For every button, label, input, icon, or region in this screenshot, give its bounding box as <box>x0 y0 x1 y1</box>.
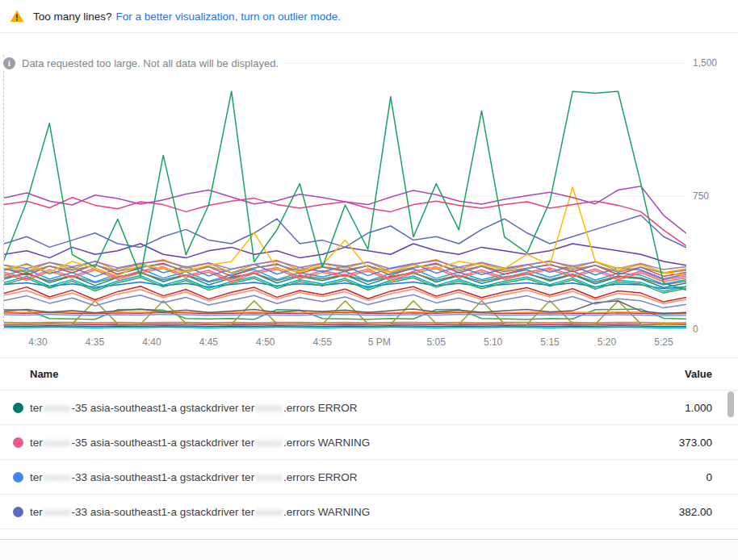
x-tick-label: 5:05 <box>426 336 445 348</box>
x-axis-labels: 4:304:354:404:454:504:555 PM5:055:105:15… <box>0 336 738 349</box>
chart-line-series <box>4 322 686 323</box>
redacted-text: xxxxx <box>254 506 283 518</box>
series-color-dot <box>13 437 23 448</box>
series-name: terxxxxx-33 asia-southeast1-a gstackdriv… <box>30 471 357 483</box>
series-color-dot <box>13 403 23 413</box>
x-tick-label: 4:40 <box>142 336 161 348</box>
legend-table: Name Value terxxxxx-35 asia-southeast1-a… <box>0 357 738 540</box>
redacted-text: xxxxx <box>43 437 72 449</box>
series-name: terxxxxx-35 asia-southeast1-a gstackdriv… <box>30 402 357 414</box>
x-tick-label: 4:35 <box>86 336 104 348</box>
chart-line-series <box>4 286 686 302</box>
gridline <box>4 329 686 330</box>
legend-column-name: Name <box>30 368 58 380</box>
x-tick-label: 5 PM <box>368 336 391 348</box>
y-tick-label: 750 <box>693 190 733 202</box>
chart-line-series <box>4 328 686 328</box>
legend-scrollbar-thumb[interactable] <box>728 391 734 417</box>
x-tick-label: 5:15 <box>540 336 559 348</box>
x-tick-label: 4:50 <box>256 336 275 348</box>
x-tick-label: 5:10 <box>484 336 502 348</box>
x-tick-label: 5:25 <box>654 336 673 348</box>
outlier-mode-link[interactable]: For a better visualization, turn on outl… <box>116 10 341 23</box>
x-tick-label: 5:20 <box>598 336 616 348</box>
timeseries-chart-canvas[interactable] <box>4 63 686 329</box>
series-color-dot <box>13 472 23 483</box>
x-tick-label: 4:55 <box>313 336 332 348</box>
legend-row[interactable]: terxxxxx-33 asia-southeast1-a gstackdriv… <box>0 495 738 529</box>
redacted-text: xxxxx <box>43 471 72 483</box>
monitoring-chart-page: Too many lines? For a better visualizati… <box>0 0 738 560</box>
notice-text: Data requested too large. Not all data w… <box>22 57 279 69</box>
x-tick-label: 4:45 <box>199 336 218 348</box>
chart-line-series <box>4 326 686 327</box>
y-tick-label: 0 <box>693 324 733 335</box>
legend-rows: terxxxxx-35 asia-southeast1-a gstackdriv… <box>0 391 738 529</box>
warning-banner: Too many lines? For a better visualizati… <box>0 0 738 33</box>
legend-row[interactable]: terxxxxx-35 asia-southeast1-a gstackdriv… <box>0 425 738 460</box>
data-truncation-notice: i Data requested too large. Not all data… <box>3 57 285 69</box>
series-name: terxxxxx-33 asia-southeast1-a gstackdriv… <box>30 506 370 518</box>
series-color-dot <box>13 507 23 517</box>
redacted-text: xxxxx <box>254 402 283 414</box>
legend-column-value: Value <box>685 368 712 380</box>
redacted-text: xxxxx <box>43 402 72 414</box>
banner-message: Too many lines? <box>33 10 112 23</box>
legend-header-row: Name Value <box>0 358 738 391</box>
series-value: 373.00 <box>679 437 712 449</box>
x-tick-label: 4:30 <box>28 336 47 348</box>
series-value: 0 <box>706 471 712 483</box>
y-tick-label: 1,500 <box>693 57 733 69</box>
bottom-empty-area <box>0 541 738 560</box>
warning-triangle-icon <box>10 10 24 23</box>
series-name: terxxxxx-35 asia-southeast1-a gstackdriv… <box>30 437 370 449</box>
info-icon: i <box>3 57 15 69</box>
legend-row[interactable]: terxxxxx-35 asia-southeast1-a gstackdriv… <box>0 391 738 425</box>
series-value: 1.000 <box>685 402 712 414</box>
redacted-text: xxxxx <box>254 437 283 449</box>
chart-section: 1,5007500 i Data requested too large. No… <box>0 33 738 357</box>
chart-line-series <box>4 91 686 290</box>
series-value: 382.00 <box>679 506 712 518</box>
redacted-text: xxxxx <box>254 471 283 483</box>
legend-row[interactable]: terxxxxx-33 asia-southeast1-a gstackdriv… <box>0 460 738 495</box>
redacted-text: xxxxx <box>43 506 72 518</box>
